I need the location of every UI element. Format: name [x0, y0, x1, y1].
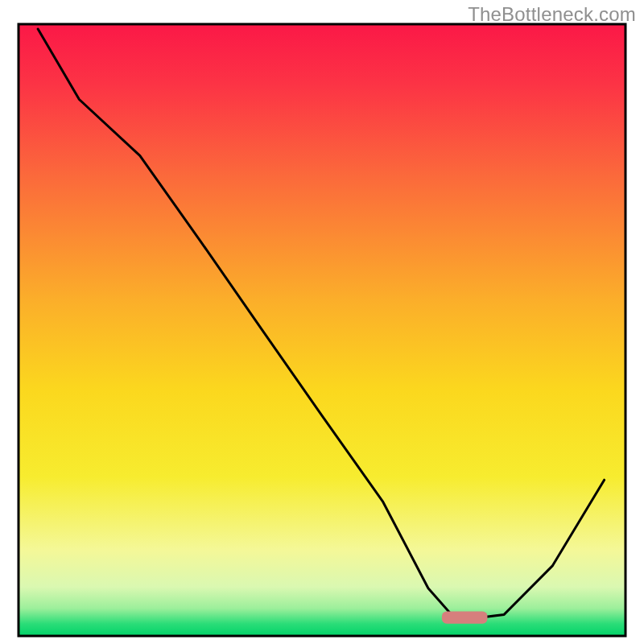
chart-container: TheBottleneck.com	[0, 0, 644, 644]
plot-background	[19, 24, 625, 636]
bottleneck-chart	[0, 0, 644, 644]
attribution-label: TheBottleneck.com	[468, 3, 636, 26]
optimal-marker	[442, 612, 488, 624]
